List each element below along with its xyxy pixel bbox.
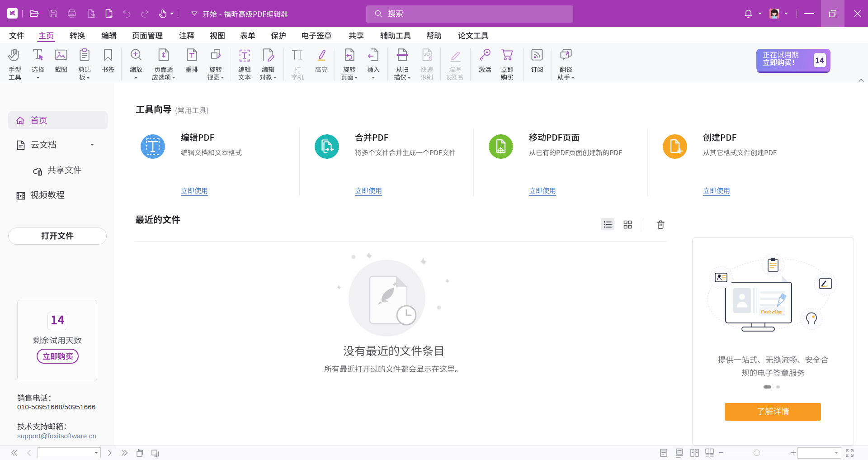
- svg-text:Foxit eSign: Foxit eSign: [760, 309, 783, 314]
